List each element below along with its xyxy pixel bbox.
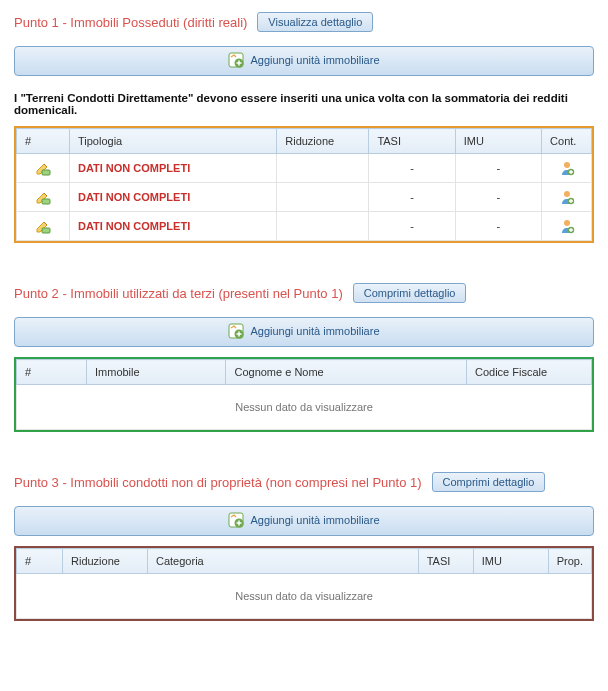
cell-riduzione: [277, 183, 369, 212]
info-note: I "Terreni Condotti Direttamente" devono…: [14, 92, 594, 116]
table-row[interactable]: DATI NON COMPLETI--: [17, 183, 592, 212]
section-title: Punto 1 - Immobili Posseduti (diritti re…: [14, 15, 247, 30]
table-header-row: # Immobile Cognome e Nome Codice Fiscale: [17, 360, 592, 385]
visualize-detail-button[interactable]: Visualizza dettaglio: [257, 12, 373, 32]
table-row[interactable]: DATI NON COMPLETI--: [17, 154, 592, 183]
col-num[interactable]: #: [17, 360, 87, 385]
table-frame: # Riduzione Categoria TASI IMU Prop. Nes…: [14, 546, 594, 621]
add-icon: [228, 323, 244, 339]
immobili-posseduti-table: # Tipologia Riduzione TASI IMU Cont. DAT…: [16, 128, 592, 241]
collapse-detail-button[interactable]: Comprimi dettaglio: [353, 283, 467, 303]
table-header-row: # Tipologia Riduzione TASI IMU Cont.: [17, 129, 592, 154]
table-empty-row: Nessun dato da visualizzare: [17, 574, 592, 619]
section-header: Punto 3 - Immobili condotti non di propr…: [14, 472, 594, 492]
row-edit-icon[interactable]: [17, 154, 70, 183]
add-icon: [228, 52, 244, 68]
section-punto-3: Punto 3 - Immobili condotti non di propr…: [14, 472, 594, 621]
col-imu[interactable]: IMU: [473, 549, 548, 574]
col-tipologia[interactable]: Tipologia: [69, 129, 276, 154]
row-user-icon[interactable]: [542, 212, 592, 241]
empty-message: Nessun dato da visualizzare: [17, 574, 592, 619]
add-unit-label: Aggiungi unità immobiliare: [250, 514, 379, 526]
cell-tasi: -: [369, 154, 455, 183]
immobili-terzi-table: # Immobile Cognome e Nome Codice Fiscale…: [16, 359, 592, 430]
cell-riduzione: [277, 154, 369, 183]
table-header-row: # Riduzione Categoria TASI IMU Prop.: [17, 549, 592, 574]
col-riduzione[interactable]: Riduzione: [63, 549, 148, 574]
collapse-detail-button[interactable]: Comprimi dettaglio: [432, 472, 546, 492]
add-unit-label: Aggiungi unità immobiliare: [250, 54, 379, 66]
cell-imu: -: [455, 154, 541, 183]
cell-tasi: -: [369, 212, 455, 241]
section-punto-2: Punto 2 - Immobili utilizzati da terzi (…: [14, 283, 594, 432]
section-punto-1: Punto 1 - Immobili Posseduti (diritti re…: [14, 12, 594, 243]
row-user-icon[interactable]: [542, 183, 592, 212]
table-empty-row: Nessun dato da visualizzare: [17, 385, 592, 430]
col-immobile[interactable]: Immobile: [87, 360, 226, 385]
row-user-icon[interactable]: [542, 154, 592, 183]
col-categoria[interactable]: Categoria: [148, 549, 419, 574]
empty-message: Nessun dato da visualizzare: [17, 385, 592, 430]
add-unit-button[interactable]: Aggiungi unità immobiliare: [14, 317, 594, 347]
add-icon: [228, 512, 244, 528]
col-cognome[interactable]: Cognome e Nome: [226, 360, 467, 385]
section-title: Punto 3 - Immobili condotti non di propr…: [14, 475, 422, 490]
cell-imu: -: [455, 212, 541, 241]
col-num[interactable]: #: [17, 129, 70, 154]
table-frame: # Immobile Cognome e Nome Codice Fiscale…: [14, 357, 594, 432]
col-riduzione[interactable]: Riduzione: [277, 129, 369, 154]
row-edit-icon[interactable]: [17, 212, 70, 241]
cell-tipologia: DATI NON COMPLETI: [69, 154, 276, 183]
section-header: Punto 1 - Immobili Posseduti (diritti re…: [14, 12, 594, 32]
col-imu[interactable]: IMU: [455, 129, 541, 154]
section-title: Punto 2 - Immobili utilizzati da terzi (…: [14, 286, 343, 301]
col-tasi[interactable]: TASI: [369, 129, 455, 154]
col-tasi[interactable]: TASI: [418, 549, 473, 574]
col-cont[interactable]: Cont.: [542, 129, 592, 154]
row-edit-icon[interactable]: [17, 183, 70, 212]
table-row[interactable]: DATI NON COMPLETI--: [17, 212, 592, 241]
cell-tipologia: DATI NON COMPLETI: [69, 183, 276, 212]
add-unit-button[interactable]: Aggiungi unità immobiliare: [14, 46, 594, 76]
cell-tasi: -: [369, 183, 455, 212]
table-frame: # Tipologia Riduzione TASI IMU Cont. DAT…: [14, 126, 594, 243]
col-cf[interactable]: Codice Fiscale: [467, 360, 592, 385]
cell-riduzione: [277, 212, 369, 241]
col-num[interactable]: #: [17, 549, 63, 574]
add-unit-button[interactable]: Aggiungi unità immobiliare: [14, 506, 594, 536]
cell-tipologia: DATI NON COMPLETI: [69, 212, 276, 241]
col-prop[interactable]: Prop.: [548, 549, 591, 574]
add-unit-label: Aggiungi unità immobiliare: [250, 325, 379, 337]
section-header: Punto 2 - Immobili utilizzati da terzi (…: [14, 283, 594, 303]
immobili-non-proprieta-table: # Riduzione Categoria TASI IMU Prop. Nes…: [16, 548, 592, 619]
cell-imu: -: [455, 183, 541, 212]
